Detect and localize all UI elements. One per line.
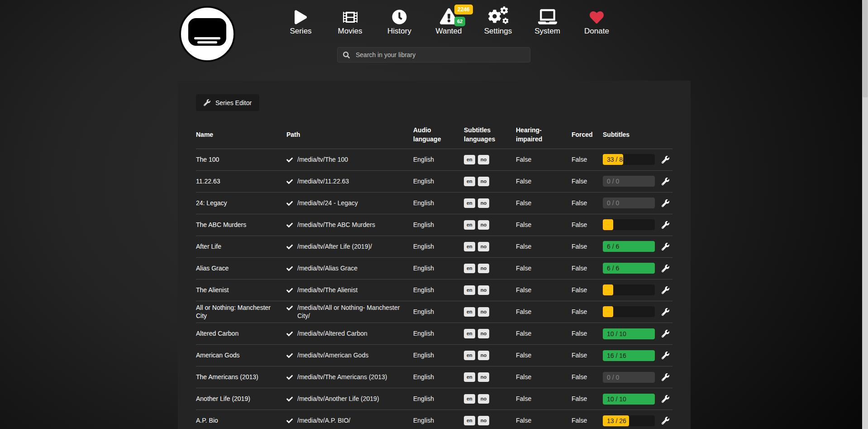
- progress-label: 16 / 16: [607, 350, 626, 361]
- subtitles-progress-bar: 0 / 0: [603, 176, 655, 187]
- edit-series-button[interactable]: [662, 395, 669, 403]
- edit-series-button[interactable]: [662, 352, 669, 359]
- nav-label: History: [387, 27, 411, 36]
- heart-icon: [589, 5, 605, 24]
- app-logo-icon[interactable]: [179, 6, 235, 62]
- progress-label: 0 / 0: [607, 176, 619, 187]
- series-name-link[interactable]: Alias Grace: [196, 264, 286, 273]
- series-name-link[interactable]: 11.22.63: [196, 177, 286, 186]
- audio-language: English: [413, 155, 464, 164]
- edit-series-button[interactable]: [662, 417, 669, 424]
- edit-series-button[interactable]: [662, 330, 669, 337]
- subtitles-progress-bar: 10 / 10: [603, 394, 655, 405]
- series-name-link[interactable]: After Life: [196, 242, 286, 251]
- nav-item-system[interactable]: System: [523, 5, 572, 36]
- series-name-link[interactable]: Altered Carbon: [196, 329, 286, 338]
- table-row: After Life /media/tv/After Life (2019)/ …: [196, 236, 672, 258]
- subtitles-progress: 13 / 26: [603, 415, 662, 426]
- edit-series-button[interactable]: [662, 178, 669, 185]
- wrench-icon: [662, 243, 669, 251]
- series-path: /media/tv/American Gods: [286, 351, 413, 360]
- path-text: /media/tv/11.22.63: [297, 177, 349, 186]
- nav-item-series[interactable]: Series: [276, 5, 325, 36]
- check-icon: [286, 287, 293, 294]
- nav-item-donate[interactable]: Donate: [572, 5, 621, 36]
- progress-label: 10 / 10: [607, 328, 626, 339]
- series-name-link[interactable]: The 100: [196, 155, 286, 164]
- language-badge: no: [478, 372, 489, 382]
- language-badge: no: [478, 242, 489, 251]
- subtitles-progress-bar: 10 / 10: [603, 328, 655, 339]
- check-icon: [286, 396, 293, 402]
- audio-language: English: [413, 329, 464, 338]
- hearing-impaired-value: False: [516, 308, 572, 316]
- language-badge: no: [478, 177, 489, 186]
- table-row: The ABC Murders /media/tv/The ABC Murder…: [196, 214, 672, 236]
- nav-item-wanted[interactable]: Wanted 2246 62: [424, 5, 473, 36]
- edit-series-button[interactable]: [662, 308, 669, 316]
- play-icon: [295, 5, 307, 24]
- check-icon: [286, 418, 293, 424]
- check-icon: [286, 178, 293, 185]
- edit-series-button[interactable]: [662, 373, 669, 381]
- series-editor-button[interactable]: Series Editor: [196, 94, 259, 111]
- edit-series-button[interactable]: [662, 286, 669, 294]
- series-name-link[interactable]: A.P. Bio: [196, 416, 286, 425]
- wrench-icon: [662, 330, 669, 337]
- edit-series-button[interactable]: [662, 221, 669, 229]
- hearing-impaired-value: False: [516, 373, 572, 381]
- series-path: /media/tv/The 100: [286, 155, 413, 164]
- check-icon: [286, 352, 293, 359]
- subtitle-languages: enno: [464, 242, 516, 251]
- page-scrollbar[interactable]: [862, 0, 868, 429]
- nav-item-history[interactable]: History: [375, 5, 424, 36]
- header-subtitles: Subtitles: [603, 130, 662, 139]
- series-path: /media/tv/The ABC Murders: [286, 221, 413, 229]
- series-name-link[interactable]: All or Nothing: Manchester City: [196, 304, 286, 321]
- forced-value: False: [572, 351, 603, 360]
- check-icon: [286, 305, 293, 311]
- series-name-link[interactable]: 24: Legacy: [196, 199, 286, 207]
- forced-value: False: [572, 308, 603, 316]
- edit-series-button[interactable]: [662, 243, 669, 251]
- edit-series-button[interactable]: [662, 156, 669, 164]
- language-badge: no: [478, 155, 489, 164]
- table-row: Another Life (2019) /media/tv/Another Li…: [196, 388, 672, 410]
- language-badge: no: [478, 220, 489, 230]
- nav-item-movies[interactable]: Movies: [325, 5, 375, 36]
- scrollbar-thumb[interactable]: [863, 0, 868, 97]
- series-name-link[interactable]: American Gods: [196, 351, 286, 360]
- table-row: Alias Grace /media/tv/Alias Grace Englis…: [196, 258, 672, 280]
- hearing-impaired-value: False: [516, 199, 572, 207]
- hearing-impaired-value: False: [516, 351, 572, 360]
- series-path: /media/tv/The Alienist: [286, 286, 413, 294]
- forced-value: False: [572, 177, 603, 186]
- wrench-icon: [662, 395, 669, 403]
- series-name-link[interactable]: Another Life (2019): [196, 395, 286, 403]
- hearing-impaired-value: False: [516, 221, 572, 229]
- path-text: /media/tv/A.P. BIO/: [297, 416, 350, 425]
- nav-label: Series: [290, 27, 311, 36]
- search-input[interactable]: [355, 51, 525, 59]
- forced-value: False: [572, 395, 603, 403]
- nav-label: System: [534, 27, 560, 36]
- path-text: /media/tv/After Life (2019)/: [297, 242, 372, 251]
- subtitle-languages: enno: [464, 198, 516, 208]
- table-row: Altered Carbon /media/tv/Altered Carbon …: [196, 323, 672, 345]
- series-name-link[interactable]: The ABC Murders: [196, 221, 286, 229]
- progress-label: 6 / 6: [607, 263, 619, 274]
- nav-label: Settings: [484, 27, 512, 36]
- path-text: /media/tv/Another Life (2019): [297, 395, 379, 403]
- edit-series-button[interactable]: [662, 265, 669, 272]
- language-badge: no: [478, 264, 489, 273]
- wanted-movies-count-badge: 62: [454, 17, 465, 26]
- series-name-link[interactable]: The Americans (2013): [196, 373, 286, 381]
- subtitle-languages: enno: [464, 177, 516, 186]
- nav-item-settings[interactable]: Settings: [473, 5, 523, 36]
- subtitle-languages: enno: [464, 416, 516, 425]
- bazarr-page: Series Movies History Wanted 2246 62: [0, 0, 868, 429]
- path-text: /media/tv/American Gods: [297, 351, 368, 360]
- series-name-link[interactable]: The Alienist: [196, 286, 286, 294]
- hearing-impaired-value: False: [516, 416, 572, 425]
- edit-series-button[interactable]: [662, 199, 669, 207]
